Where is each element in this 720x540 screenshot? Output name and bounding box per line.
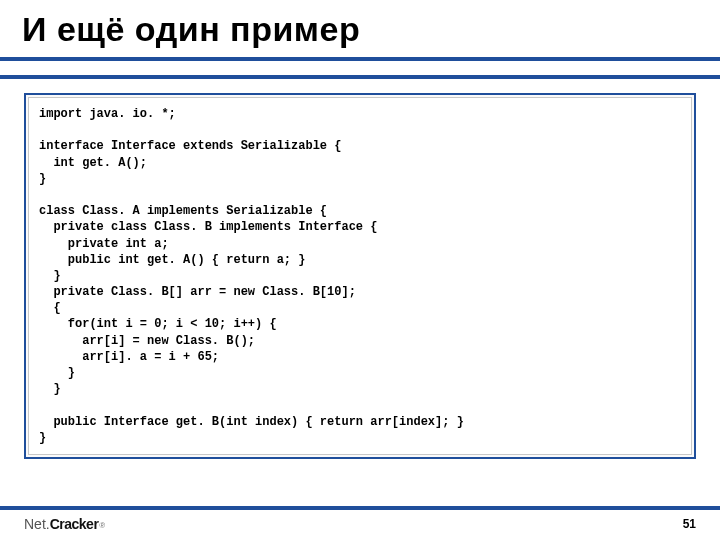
footer: Net.Cracker® 51 [0,506,720,540]
company-logo: Net.Cracker® [24,516,105,532]
separator-bar-gap [0,61,720,75]
footer-separator [0,506,720,510]
separator-bar-bottom [0,75,720,79]
logo-registered-icon: ® [99,521,105,530]
footer-row: Net.Cracker® 51 [0,516,720,540]
logo-cracker-text: Cracker [50,516,99,532]
code-block: import java. io. *; interface Interface … [28,97,692,455]
slide-title: И ещё один пример [22,10,698,49]
title-area: И ещё один пример [0,0,720,49]
title-separator [0,57,720,79]
slide: И ещё один пример import java. io. *; in… [0,0,720,540]
code-block-frame: import java. io. *; interface Interface … [24,93,696,459]
logo-net-text: Net. [24,516,50,532]
page-number: 51 [683,517,696,531]
code-text: import java. io. *; interface Interface … [39,106,681,446]
